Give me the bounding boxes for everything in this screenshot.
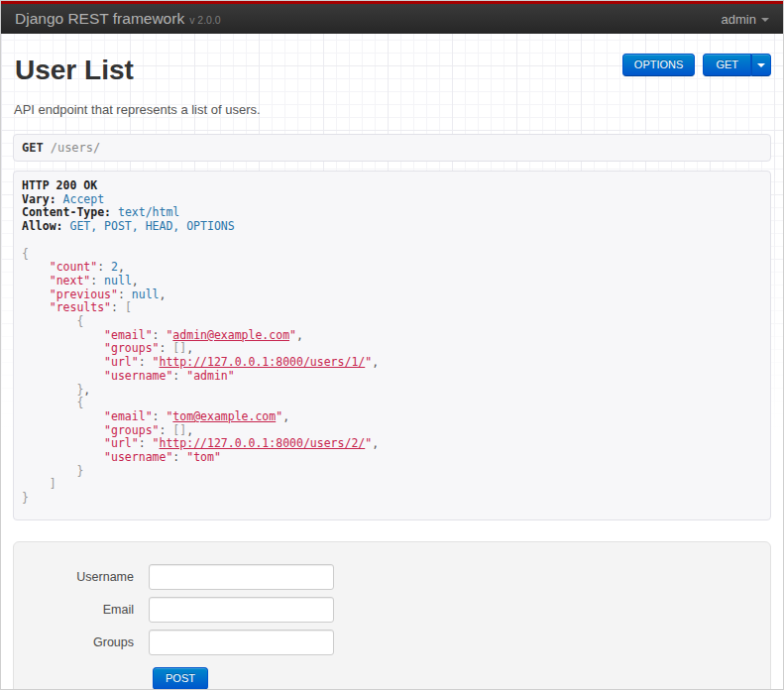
json-token: "url" [104,355,139,369]
header-line: Vary: Accept [22,193,762,207]
blank-line [22,234,762,248]
request-line: GET/users/ [13,134,771,162]
header-buttons: OPTIONS GET [622,54,771,76]
post-button[interactable]: POST [153,667,208,690]
get-button[interactable]: GET [703,54,751,76]
code-line: "count": 2, [22,261,762,275]
code-line: "results": [ [22,301,762,315]
groups-label: Groups [14,635,134,649]
json-token: "previous" [50,288,118,301]
json-token: "groups" [104,341,159,355]
json-token: " [289,328,296,342]
endpoint-description: API endpoint that represents a list of u… [14,102,771,117]
json-link[interactable]: tom@example.com [172,409,276,423]
json-token: tom [193,450,214,464]
json-token: "username" [104,369,172,383]
post-form: Username Email Groups POST [14,564,770,690]
create-form-panel: Username Email Groups POST [13,541,771,690]
brand-link[interactable]: Django REST framework [15,10,184,28]
json-token: : [111,300,125,314]
email-input[interactable] [149,597,334,623]
json-token: : [172,369,186,383]
json-token: "email" [104,409,152,423]
json-token: admin [193,369,228,383]
options-button[interactable]: OPTIONS [622,54,696,76]
code-line: }, [22,384,762,398]
navbar: Django REST framework v 2.0.0 admin [1,1,783,34]
json-token: , [186,341,193,355]
json-token: "username" [104,450,172,464]
json-token: : [172,450,186,464]
json-link[interactable]: http://127.0.0.1:8000/users/1/ [160,355,366,369]
json-token: "next" [50,274,91,288]
json-link[interactable]: http://127.0.0.1:8000/users/2/ [160,436,366,450]
code-line: "next": null, [22,275,762,288]
groups-input[interactable] [149,630,334,655]
json-token: 2 [111,260,118,274]
code-line: "username": "admin" [22,370,762,384]
json-token: : [97,260,111,274]
code-line: "groups": [], [22,342,762,356]
json-token: , [160,288,167,301]
json-token: } [76,464,83,478]
json-token: "groups" [104,423,159,437]
json-token: : [139,355,153,369]
header-line: Allow: GET, POST, HEAD, OPTIONS [22,220,762,234]
code-line: "username": "tom" [22,451,762,465]
code-line: } [22,492,762,506]
code-line: "url": "http://127.0.0.1:8000/users/2/", [22,437,762,451]
code-line: "groups": [], [22,424,762,438]
json-token: "results" [50,300,111,314]
request-path: /users/ [51,141,101,155]
json-token: { [76,396,83,409]
user-menu-dropdown[interactable]: admin [722,12,769,27]
json-token: : [159,341,172,355]
code-line: ] [22,478,762,492]
username-input[interactable] [149,564,334,590]
page-title: User List [15,55,134,86]
json-token: null [104,274,132,288]
page-header: User List OPTIONS GET [13,34,771,86]
json-token: " [228,369,235,383]
json-token: "url" [104,436,139,450]
code-line: "email": "admin@example.com", [22,329,762,343]
json-token: , [83,383,90,397]
json-link[interactable]: admin@example.com [172,328,289,342]
caret-down-icon [757,63,765,67]
json-token: "count" [50,260,97,274]
json-token: , [296,328,303,342]
json-token: : [118,288,132,301]
username-label: Username [14,570,134,584]
response-json-body: { "count": 2, "next": null, "previous": … [22,248,762,506]
json-token: " [153,355,160,369]
code-line: "email": "tom@example.com", [22,410,762,424]
json-token: : [153,409,167,423]
json-token: } [22,491,29,505]
code-line: { [22,397,762,410]
page: Django REST framework v 2.0.0 admin User… [0,0,784,690]
form-actions: POST [153,667,770,690]
json-token: { [22,247,29,261]
json-token: , [372,355,379,369]
chevron-down-icon [761,18,769,22]
header-line: Content-Type: text/html [22,206,762,220]
json-token: , [186,423,193,437]
request-method: GET [22,141,44,155]
json-token: " [153,436,160,450]
json-token: , [118,260,125,274]
email-label: Email [14,603,134,617]
status-line: HTTP 200 OK [22,179,762,193]
json-token: , [372,436,379,450]
code-line: { [22,248,762,262]
user-menu-label: admin [722,12,756,27]
json-token: , [132,274,139,288]
response-body: HTTP 200 OK Vary: Accept Content-Type: t… [13,171,771,520]
get-dropdown-toggle[interactable] [751,54,771,76]
json-token: [ [125,300,132,314]
json-token: , [282,409,289,423]
json-token: null [132,288,160,301]
form-row-groups: Groups [14,630,770,655]
brand-version: v 2.0.0 [189,14,221,26]
get-button-group: GET [703,54,771,76]
code-line: "url": "http://127.0.0.1:8000/users/1/", [22,356,762,370]
